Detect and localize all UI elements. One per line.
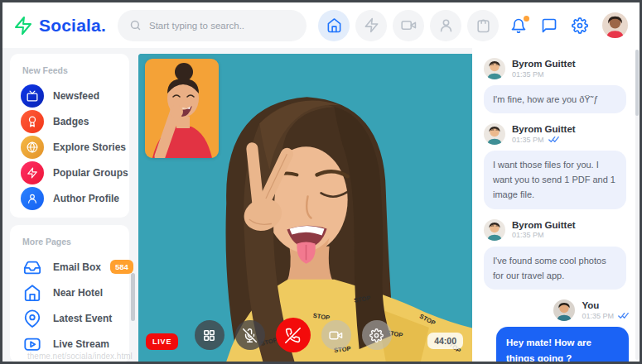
sidebar-item-popular-groups[interactable]: Popular Groups xyxy=(10,160,129,185)
layout-grid-button[interactable] xyxy=(195,320,224,350)
avatar-image xyxy=(602,12,628,38)
nav-home-button[interactable] xyxy=(318,10,350,41)
sidebar-item-latest-event[interactable]: Latest Event xyxy=(10,305,129,331)
sidebar-label: Author Profile xyxy=(53,193,119,204)
brand-name: Sociala. xyxy=(39,16,106,36)
chat-scrollbar[interactable] xyxy=(635,50,639,116)
chat-message-bubble-own: Hey mate! How are things going ? xyxy=(496,327,629,362)
messages-button[interactable] xyxy=(541,17,558,34)
nav-shop-button[interactable] xyxy=(467,10,499,41)
user-icon xyxy=(21,187,44,210)
avatar xyxy=(553,299,575,321)
settings-button[interactable] xyxy=(572,17,588,34)
read-receipt-icon xyxy=(548,136,559,143)
avatar xyxy=(484,123,505,145)
sidebar-label: Latest Event xyxy=(53,313,112,324)
settings-icon xyxy=(369,328,384,342)
sender-name: Byrom Guittet xyxy=(512,124,576,135)
new-feeds-card: New Feeds Newsfeed Badges Explore Storie… xyxy=(10,54,129,218)
message-time: 01:35 PM xyxy=(512,70,544,79)
message-header: You 01:35 PM xyxy=(484,299,629,321)
sidebar-item-author-profile[interactable]: Author Profile xyxy=(10,185,129,211)
globe-icon xyxy=(21,136,44,159)
play-square-icon xyxy=(23,335,41,353)
section-title-more-pages: More Pages xyxy=(10,235,129,254)
sender-name: Byrom Guittet xyxy=(512,220,576,231)
sidebar-label: Email Box xyxy=(53,261,101,273)
tv-icon xyxy=(21,84,44,108)
notifications-button[interactable] xyxy=(510,17,527,34)
search-icon xyxy=(129,19,142,31)
main-nav-menu xyxy=(318,10,499,41)
email-count-badge: 584 xyxy=(110,260,133,274)
more-pages-card: More Pages Email Box 584 Near Hotel Late… xyxy=(10,225,129,363)
sidebar-item-badges[interactable]: Badges xyxy=(10,108,129,134)
message-header: Byrom Guittet 01:35 PM xyxy=(484,219,629,241)
call-controls xyxy=(138,318,447,352)
chat-message-bubble: I'm fine, how are you ðŸ˜ƒ xyxy=(484,85,626,113)
grid-icon xyxy=(202,328,216,342)
mic-off-icon xyxy=(243,328,257,342)
sidebar-label: Near Hotel xyxy=(53,287,103,299)
chat-message-bubble: I've found some cool photos for our trav… xyxy=(484,247,626,290)
app-window: Sociala. New Feeds xyxy=(0,0,642,364)
left-sidebar: New Feeds Newsfeed Badges Explore Storie… xyxy=(2,48,136,362)
message-time: 01:35 PM xyxy=(512,231,544,239)
self-video-pip[interactable] xyxy=(145,59,219,158)
video-camera-icon xyxy=(401,17,417,33)
sidebar-item-newsfeed[interactable]: Newsfeed xyxy=(10,83,129,108)
nav-actions xyxy=(510,12,628,38)
shopping-bag-icon xyxy=(475,17,491,33)
sidebar-label: Explore Stories xyxy=(53,141,126,153)
sidebar-item-email-box[interactable]: Email Box 584 xyxy=(10,254,129,280)
self-video-feed xyxy=(145,59,219,158)
read-receipt-icon xyxy=(618,312,629,319)
nav-video-button[interactable] xyxy=(393,10,424,41)
top-navbar: Sociala. xyxy=(2,2,640,48)
message-time: 01:35 PM xyxy=(582,312,614,320)
message-header: Byrom Guittet 01:35 PM xyxy=(484,123,629,145)
call-timer: 44:00 xyxy=(427,333,463,349)
sidebar-label: Badges xyxy=(53,116,89,127)
status-link-text: theme.net/sociala/index.html xyxy=(27,352,133,361)
award-icon xyxy=(21,110,44,133)
video-camera-icon xyxy=(329,328,343,342)
end-call-button[interactable] xyxy=(276,318,311,352)
nav-profile-button[interactable] xyxy=(430,10,461,41)
user-avatar[interactable] xyxy=(602,12,628,38)
sender-name: You xyxy=(582,300,629,311)
nav-stories-button[interactable] xyxy=(355,10,387,41)
notification-dot xyxy=(524,16,529,22)
message-time: 01:35 PM xyxy=(512,136,544,144)
home-icon xyxy=(23,284,41,302)
call-settings-button[interactable] xyxy=(362,320,392,350)
gear-icon xyxy=(572,17,588,34)
message-header: Byrom Guittet 01:35 PM xyxy=(484,58,629,79)
home-icon xyxy=(326,17,342,33)
sidebar-label: Live Stream xyxy=(53,338,109,350)
zap-icon xyxy=(364,17,379,33)
brand-bolt-icon xyxy=(13,16,33,36)
toggle-camera-button[interactable] xyxy=(321,320,351,350)
avatar xyxy=(484,219,505,241)
sidebar-label: Popular Groups xyxy=(53,167,128,179)
sidebar-scrollbar[interactable] xyxy=(131,273,135,321)
map-pin-icon xyxy=(23,309,41,328)
chat-message-bubble: I want those files for you. I want you t… xyxy=(484,151,626,208)
sidebar-label: Newsfeed xyxy=(53,90,99,102)
chat-panel: Byrom Guittet 01:35 PM I'm fine, how are… xyxy=(472,48,640,362)
mute-mic-button[interactable] xyxy=(235,320,265,350)
brand-logo[interactable]: Sociala. xyxy=(13,16,118,36)
sidebar-item-near-hotel[interactable]: Near Hotel xyxy=(10,280,129,305)
sidebar-item-explore-stories[interactable]: Explore Stories xyxy=(10,134,129,160)
chat-bubble-icon xyxy=(541,17,558,34)
phone-off-icon xyxy=(285,328,301,343)
sender-name: Byrom Guittet xyxy=(512,59,576,69)
zap-icon xyxy=(21,161,44,184)
section-title-new-feeds: New Feeds xyxy=(10,64,129,83)
video-call-stage: STOP STOP STOP STOP STOP STOP STOP xyxy=(138,54,472,362)
inbox-icon xyxy=(23,258,41,276)
avatar xyxy=(484,58,505,79)
search-input[interactable] xyxy=(149,21,273,31)
global-search[interactable] xyxy=(118,10,307,41)
